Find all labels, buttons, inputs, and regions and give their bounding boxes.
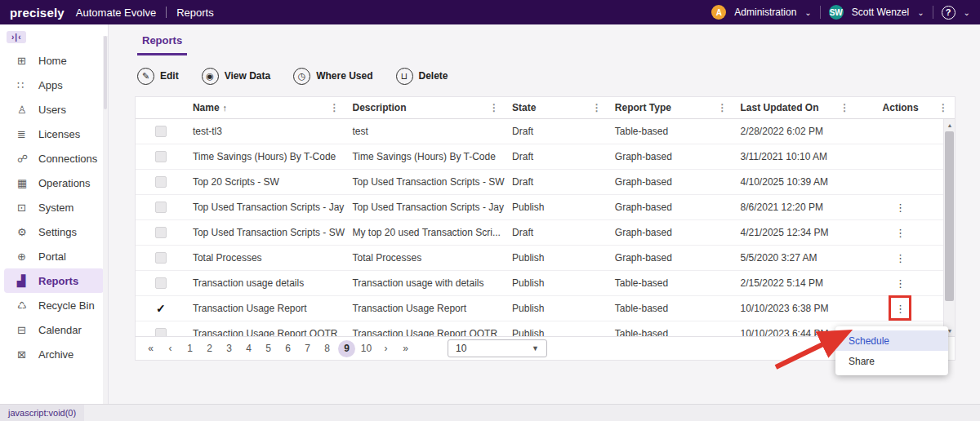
chevron-down-icon[interactable]: ⌄ bbox=[804, 8, 811, 17]
user-menu[interactable]: Scott Wenzel bbox=[852, 7, 909, 18]
table-row-selected[interactable]: ✓ Transaction Usage Report Transaction U… bbox=[136, 296, 955, 321]
view-data-button[interactable]: ◉View Data bbox=[202, 68, 270, 85]
page-button-2[interactable]: 2 bbox=[201, 340, 218, 357]
row-actions-kebab-icon[interactable]: ⋮ bbox=[895, 252, 906, 264]
column-header-last-updated[interactable]: Last Updated On⋮ bbox=[734, 97, 857, 118]
column-menu-icon[interactable]: ⋮ bbox=[718, 102, 728, 113]
page-button-10[interactable]: 10 bbox=[358, 340, 375, 357]
sidebar-item-archive[interactable]: ⊠Archive bbox=[4, 342, 104, 366]
cell-name: Top Used Transaction Scripts - Jay bbox=[186, 202, 346, 213]
row-checkbox[interactable] bbox=[155, 252, 167, 264]
cell-state: Publish bbox=[506, 328, 608, 336]
last-page-button[interactable]: » bbox=[397, 340, 414, 357]
where-used-button[interactable]: ◷Where Used bbox=[293, 68, 372, 85]
table-row[interactable]: Total Processes Total Processes Publish … bbox=[136, 246, 955, 271]
table-row[interactable]: Top 20 Scripts - SW Top Used Transaction… bbox=[136, 170, 955, 195]
sidebar-item-system[interactable]: ⊡System bbox=[4, 195, 104, 219]
chevron-down-icon[interactable]: ⌄ bbox=[964, 8, 970, 17]
cell-name: Transaction usage details bbox=[186, 277, 346, 289]
column-menu-icon[interactable]: ⋮ bbox=[840, 102, 849, 113]
sidebar-item-operations[interactable]: ▦Operations bbox=[4, 171, 104, 195]
table-row[interactable]: Top Used Transaction Scripts - SW My top… bbox=[136, 220, 955, 246]
page-button-5[interactable]: 5 bbox=[260, 340, 277, 357]
row-checkbox[interactable] bbox=[155, 176, 167, 188]
cell-report-type: Graph-based bbox=[608, 176, 734, 188]
edit-button[interactable]: ✎Edit bbox=[137, 68, 179, 85]
next-page-button[interactable]: › bbox=[377, 340, 394, 357]
column-header-report-type[interactable]: Report Type⋮ bbox=[608, 97, 734, 118]
cell-name: Transaction Usage Report QQTR bbox=[186, 328, 346, 336]
row-checkbox[interactable] bbox=[155, 227, 167, 238]
table-row[interactable]: Time Savings (Hours) By T-Code Time Savi… bbox=[136, 144, 955, 170]
row-actions-kebab-icon[interactable]: ⋮ bbox=[895, 227, 906, 239]
sidebar-item-users[interactable]: ♙Users bbox=[4, 97, 104, 122]
sidebar-item-connections[interactable]: ☍Connections bbox=[4, 146, 104, 171]
cell-state: Publish bbox=[506, 202, 608, 213]
sidebar-item-apps[interactable]: ∷Apps bbox=[4, 73, 104, 97]
cell-description: test bbox=[345, 126, 506, 137]
row-checkbox[interactable] bbox=[155, 202, 167, 213]
column-menu-icon[interactable]: ⋮ bbox=[329, 102, 339, 113]
row-checkbox[interactable] bbox=[155, 277, 167, 289]
portal-icon: ⊕ bbox=[17, 250, 33, 263]
help-icon[interactable]: ? bbox=[942, 6, 956, 20]
page-size-select[interactable]: 10 ▼ bbox=[448, 339, 547, 357]
topbar: precisely Automate Evolve Reports A Admi… bbox=[0, 0, 980, 24]
sidebar-item-portal[interactable]: ⊕Portal bbox=[4, 244, 104, 268]
table-row[interactable]: test-tl3 test Draft Table-based 2/28/202… bbox=[136, 119, 955, 144]
chevron-down-icon[interactable]: ⌄ bbox=[917, 8, 924, 17]
column-header-actions[interactable]: Actions⋮ bbox=[856, 97, 955, 118]
cell-description: Top Used Transaction Scripts - Jay bbox=[345, 202, 506, 213]
page-button-3[interactable]: 3 bbox=[220, 340, 238, 357]
collapse-sidebar-icon[interactable]: ›|‹ bbox=[7, 31, 26, 43]
scrollbar-thumb[interactable] bbox=[945, 131, 954, 301]
column-menu-icon[interactable]: ⋮ bbox=[938, 102, 948, 113]
tab-bar: Reports bbox=[109, 24, 980, 55]
page-button-4[interactable]: 4 bbox=[240, 340, 257, 357]
sidebar-item-licenses[interactable]: ≣Licenses bbox=[4, 122, 104, 146]
sort-asc-icon[interactable]: ↑ bbox=[223, 103, 228, 113]
sidebar-item-calendar[interactable]: ⊟Calendar bbox=[4, 317, 104, 342]
cell-report-type: Graph-based bbox=[608, 151, 734, 162]
scroll-up-icon[interactable]: ▲ bbox=[944, 119, 956, 131]
users-icon: ♙ bbox=[17, 104, 33, 116]
page-button-7[interactable]: 7 bbox=[299, 340, 316, 357]
toolbar: ✎Edit ◉View Data ◷Where Used ⊔Delete bbox=[137, 64, 980, 88]
previous-page-button[interactable]: ‹ bbox=[162, 340, 179, 357]
cell-last-updated: 2/15/2022 5:14 PM bbox=[734, 277, 857, 289]
row-actions-kebab-icon[interactable]: ⋮ bbox=[895, 277, 906, 290]
reports-table: Name↑ ⋮ Description⋮ State⋮ Report Type⋮… bbox=[135, 96, 956, 336]
row-checkbox[interactable] bbox=[155, 126, 167, 137]
sidebar-scrollbar[interactable] bbox=[103, 36, 108, 404]
column-header-name[interactable]: Name↑ ⋮ bbox=[186, 97, 346, 118]
column-menu-icon[interactable]: ⋮ bbox=[489, 102, 499, 113]
page-button-8[interactable]: 8 bbox=[318, 340, 336, 357]
sidebar-item-settings[interactable]: ⚙Settings bbox=[4, 219, 104, 244]
table-scrollbar[interactable]: ▲ ▼ bbox=[943, 119, 955, 336]
chevron-down-icon: ▼ bbox=[532, 344, 539, 352]
cell-state: Publish bbox=[506, 252, 608, 264]
cell-description: Total Processes bbox=[345, 252, 506, 264]
tab-reports[interactable]: Reports bbox=[137, 34, 187, 55]
sidebar-item-reports[interactable]: ▟Reports bbox=[4, 268, 104, 293]
page-button-9-current[interactable]: 9 bbox=[338, 340, 355, 357]
connections-icon: ☍ bbox=[17, 153, 33, 165]
table-row[interactable]: Top Used Transaction Scripts - Jay Top U… bbox=[136, 195, 955, 220]
administration-menu[interactable]: Administration bbox=[734, 7, 796, 18]
delete-button[interactable]: ⊔Delete bbox=[396, 68, 448, 85]
row-actions-kebab-icon[interactable]: ⋮ bbox=[895, 202, 906, 214]
row-checkbox[interactable] bbox=[155, 151, 167, 162]
row-checkbox-checked[interactable]: ✓ bbox=[156, 302, 166, 315]
sidebar-item-recycle-bin[interactable]: ♺Recycle Bin bbox=[4, 293, 104, 317]
table-row[interactable]: Transaction usage details Transaction us… bbox=[136, 271, 955, 296]
first-page-button[interactable]: « bbox=[142, 340, 159, 357]
column-header-state[interactable]: State⋮ bbox=[506, 97, 608, 118]
page-button-6[interactable]: 6 bbox=[279, 340, 296, 357]
row-checkbox[interactable] bbox=[155, 328, 167, 336]
cell-state: Publish bbox=[506, 277, 608, 289]
sidebar-item-home[interactable]: ⊞Home bbox=[4, 48, 104, 73]
column-menu-icon[interactable]: ⋮ bbox=[592, 102, 602, 113]
view-data-icon: ◉ bbox=[202, 68, 219, 85]
column-header-description[interactable]: Description⋮ bbox=[345, 97, 506, 118]
page-button-1[interactable]: 1 bbox=[181, 340, 198, 357]
